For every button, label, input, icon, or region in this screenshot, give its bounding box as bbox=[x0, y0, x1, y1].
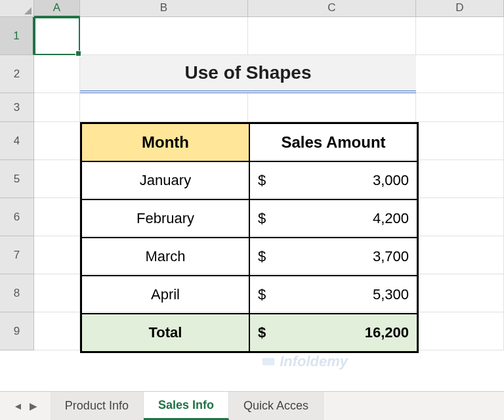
sheet-tab-bar: ◄ ▶ Product InfoSales InfoQuick Acces bbox=[0, 391, 504, 420]
tab-nav: ◄ ▶ bbox=[0, 392, 51, 420]
tab-next-icon[interactable]: ▶ bbox=[30, 400, 37, 412]
col-header-C[interactable]: C bbox=[248, 0, 416, 17]
watermark: Infoldemy bbox=[261, 353, 348, 370]
table-cell-amount[interactable]: $5,300 bbox=[249, 276, 417, 314]
table-cell-month[interactable]: April bbox=[81, 276, 249, 314]
row-header-7[interactable]: 7 bbox=[0, 236, 34, 274]
table-cell-month[interactable]: March bbox=[81, 238, 249, 276]
svg-rect-0 bbox=[262, 358, 274, 366]
tab-prev-icon[interactable]: ◄ bbox=[13, 400, 23, 411]
sheet-tab-quick-acces[interactable]: Quick Acces bbox=[229, 392, 324, 420]
table-cell-month[interactable]: Total bbox=[81, 314, 249, 352]
row-headers: 123456789 bbox=[0, 17, 34, 350]
row-header-9[interactable]: 9 bbox=[0, 312, 34, 350]
col-header-B[interactable]: B bbox=[80, 0, 248, 17]
row-header-1[interactable]: 1 bbox=[0, 17, 34, 55]
sheet-title-text: Use of Shapes bbox=[185, 62, 312, 83]
col-header-D[interactable]: D bbox=[416, 0, 504, 17]
row-header-8[interactable]: 8 bbox=[0, 274, 34, 312]
table-cell-amount[interactable]: $3,000 bbox=[249, 161, 417, 200]
sheet-title: Use of Shapes bbox=[80, 55, 416, 93]
sales-table: MonthSales AmountJanuary$3,000February$4… bbox=[80, 122, 419, 353]
row-header-6[interactable]: 6 bbox=[0, 198, 34, 236]
table-cell-amount[interactable]: $16,200 bbox=[249, 314, 417, 352]
table-cell-month[interactable]: February bbox=[81, 200, 249, 238]
spreadsheet-grid: ABCD 123456789 Use of Shapes MonthSales … bbox=[0, 0, 504, 391]
row-header-5[interactable]: 5 bbox=[0, 160, 34, 198]
row-header-2[interactable]: 2 bbox=[0, 55, 34, 93]
col-header-A[interactable]: A bbox=[34, 0, 80, 17]
table-cell-month[interactable]: Month bbox=[81, 123, 249, 161]
watermark-text: Infoldemy bbox=[280, 353, 348, 369]
sheet-tab-product-info[interactable]: Product Info bbox=[51, 392, 144, 420]
table-cell-amount[interactable]: $4,200 bbox=[249, 200, 417, 238]
row-header-3[interactable]: 3 bbox=[0, 93, 34, 122]
column-headers: ABCD bbox=[34, 0, 504, 17]
select-all-triangle[interactable] bbox=[0, 0, 34, 17]
table-cell-amount[interactable]: $3,700 bbox=[249, 238, 417, 276]
row-header-4[interactable]: 4 bbox=[0, 122, 34, 160]
table-cell-amount[interactable]: Sales Amount bbox=[249, 123, 417, 161]
watermark-icon bbox=[261, 354, 276, 369]
sheet-tab-sales-info[interactable]: Sales Info bbox=[144, 392, 229, 420]
table-cell-month[interactable]: January bbox=[81, 161, 249, 200]
